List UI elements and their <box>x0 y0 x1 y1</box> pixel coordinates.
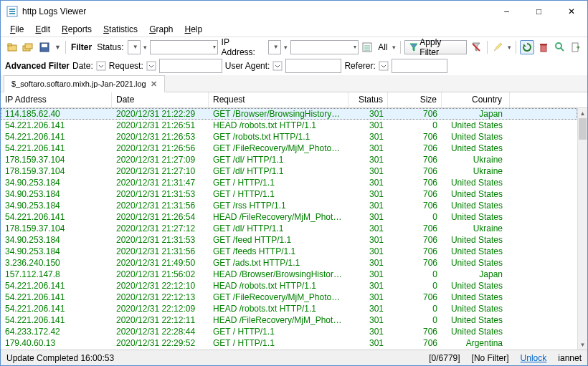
status-unlock-link[interactable]: Unlock <box>515 353 553 363</box>
highlight-icon[interactable] <box>491 40 506 54</box>
cell-req: GET /rss HTTP/1.1 <box>209 201 348 211</box>
status-user: iannet <box>552 353 587 363</box>
cell-status: 301 <box>348 292 388 302</box>
checklist-icon[interactable] <box>361 40 375 54</box>
svg-rect-18 <box>147 62 156 70</box>
cell-date: 2020/12/31 22:28:44 <box>112 327 209 337</box>
table-row[interactable]: 3.236.240.1502020/12/31 21:49:50GET /ads… <box>1 257 577 269</box>
svg-rect-12 <box>541 45 546 52</box>
cell-ip: 157.112.147.8 <box>1 269 112 279</box>
menu-edit[interactable]: Edit <box>30 23 55 36</box>
table-row[interactable]: 54.221.206.1412020/12/31 22:12:09HEAD /r… <box>1 303 577 314</box>
refresh-icon[interactable] <box>520 40 534 54</box>
menu-file[interactable]: File <box>5 23 29 36</box>
scroll-up-icon[interactable]: ▲ <box>578 108 587 118</box>
col-country[interactable]: Country <box>442 92 510 107</box>
table-row[interactable]: 54.221.206.1412020/12/31 21:26:54HEAD /F… <box>1 211 577 223</box>
dropdown-chevron-icon[interactable]: ▾ <box>392 44 397 51</box>
tab-logfile[interactable]: $_softaro.softaro.mixh.jp-Jan-2021.log ✕ <box>4 75 165 92</box>
cell-date: 2020/12/31 21:31:53 <box>112 189 209 199</box>
request-filter-input[interactable] <box>159 59 222 73</box>
minimize-button[interactable]: – <box>490 1 523 22</box>
table-row[interactable]: 64.233.172.422020/12/31 22:28:44GET / HT… <box>1 326 577 337</box>
cell-ip: 54.221.206.141 <box>1 281 112 291</box>
table-row[interactable]: 34.90.253.1842020/12/31 21:31:56GET /rss… <box>1 200 577 211</box>
close-button[interactable]: ✕ <box>555 1 587 22</box>
cell-size: 706 <box>388 143 442 153</box>
table-row[interactable]: 178.159.37.1042020/12/31 21:27:09GET /dl… <box>1 154 577 165</box>
table-row[interactable]: 34.90.253.1842020/12/31 21:31:56GET /fee… <box>1 246 577 257</box>
delete-icon[interactable] <box>536 40 551 54</box>
table-row[interactable]: 157.112.147.82020/12/31 21:56:02HEAD /Br… <box>1 269 577 280</box>
table-row[interactable]: 54.221.206.1412020/12/31 21:26:51HEAD /r… <box>1 120 577 131</box>
open-multi-icon[interactable] <box>22 40 36 54</box>
cell-date: 2020/12/31 22:12:09 <box>112 304 209 314</box>
vertical-scrollbar[interactable]: ▲ ▼ <box>577 108 587 350</box>
table-row[interactable]: 34.90.253.1842020/12/31 21:31:47GET / HT… <box>1 177 577 188</box>
col-request[interactable]: Request <box>209 92 348 107</box>
status-value-combo[interactable]: ▾ <box>150 40 218 54</box>
cell-country: Ukraine <box>442 166 510 176</box>
tab-close-icon[interactable]: ✕ <box>151 80 157 89</box>
cell-country: United States <box>442 315 510 325</box>
menu-help[interactable]: Help <box>180 23 208 36</box>
window-title: http Logs Viewer <box>22 6 490 16</box>
dropdown-chevron-icon[interactable]: ▾ <box>283 44 288 51</box>
maximize-button[interactable]: □ <box>523 1 555 22</box>
save-icon[interactable] <box>37 40 52 54</box>
cell-size: 706 <box>388 201 442 211</box>
table-row[interactable]: 34.90.253.1842020/12/31 21:31:53GET /fee… <box>1 234 577 246</box>
scroll-thumb[interactable] <box>579 118 587 140</box>
status-combo[interactable]: ▼ <box>128 40 141 54</box>
table-row[interactable]: 178.159.37.1042020/12/31 21:27:12GET /dl… <box>1 223 577 234</box>
dropdown-icon[interactable] <box>96 61 106 71</box>
col-date[interactable]: Date <box>112 92 209 107</box>
table-row[interactable]: 54.221.206.1412020/12/31 21:26:56GET /Fi… <box>1 143 577 154</box>
date-filter-label: Date: <box>72 61 93 71</box>
table-row[interactable]: 54.221.206.1412020/12/31 22:12:10HEAD /r… <box>1 280 577 292</box>
col-size[interactable]: Size <box>388 92 442 107</box>
export-icon[interactable] <box>569 40 583 54</box>
cell-size: 706 <box>388 178 442 188</box>
table-row[interactable]: 178.159.37.1042020/12/31 21:27:10GET /dl… <box>1 165 577 177</box>
open-icon[interactable] <box>5 40 19 54</box>
table-row[interactable]: 34.90.253.1842020/12/31 21:31:53GET / HT… <box>1 188 577 200</box>
table-row[interactable]: 179.40.60.132020/12/31 22:29:52GET / HTT… <box>1 337 577 349</box>
all-label[interactable]: All <box>376 42 389 52</box>
useragent-filter-input[interactable] <box>285 59 341 73</box>
cell-status: 301 <box>348 281 388 291</box>
ip-value-combo[interactable]: ▾ <box>290 40 359 54</box>
scroll-down-icon[interactable]: ▼ <box>578 339 587 350</box>
col-ip[interactable]: IP Address <box>1 92 112 107</box>
menu-reports[interactable]: Reports <box>57 23 97 36</box>
dropdown-icon[interactable] <box>272 61 283 71</box>
referer-filter-input[interactable] <box>392 59 447 73</box>
menu-statistics[interactable]: Statistics <box>98 23 143 36</box>
ip-combo[interactable]: ▼ <box>268 40 281 54</box>
clear-filter-icon[interactable] <box>469 40 483 54</box>
col-status[interactable]: Status <box>348 92 388 107</box>
svg-rect-17 <box>97 62 105 70</box>
svg-rect-2 <box>9 11 15 12</box>
cell-req: HEAD /robots.txt HTTP/1.1 <box>209 281 348 291</box>
cell-req: HEAD /Browser/BrowsingHistoryView.html H… <box>209 269 348 279</box>
dropdown-icon[interactable] <box>146 61 156 71</box>
grid-body[interactable]: 114.185.62.402020/12/31 21:22:29GET /Bro… <box>1 108 577 350</box>
menu-graph[interactable]: Graph <box>144 23 178 36</box>
dropdown-icon[interactable] <box>379 61 389 71</box>
table-row[interactable]: 54.221.206.1412020/12/31 21:26:53GET /ro… <box>1 131 577 143</box>
dropdown-chevron-icon[interactable]: ▼ <box>54 44 62 51</box>
table-row[interactable]: 54.221.206.1412020/12/31 22:12:11HEAD /F… <box>1 314 577 326</box>
menubar: File Edit Reports Statistics Graph Help <box>1 22 587 37</box>
table-row[interactable]: 54.221.206.1412020/12/31 22:12:13GET /Fi… <box>1 292 577 303</box>
table-row[interactable]: 34.91.62.1402020/12/31 22:31:14GET / HTT… <box>1 349 577 350</box>
dropdown-chevron-icon[interactable]: ▾ <box>507 44 512 51</box>
cell-size: 706 <box>388 109 442 119</box>
cell-status: 301 <box>348 246 388 256</box>
cell-date: 2020/12/31 21:26:54 <box>112 212 209 222</box>
table-row[interactable]: 114.185.62.402020/12/31 21:22:29GET /Bro… <box>1 108 577 120</box>
lookup-icon[interactable] <box>553 40 567 54</box>
cell-status: 301 <box>348 143 388 153</box>
apply-filter-button[interactable]: Apply Filter <box>404 40 468 54</box>
dropdown-chevron-icon[interactable]: ▾ <box>143 44 148 51</box>
